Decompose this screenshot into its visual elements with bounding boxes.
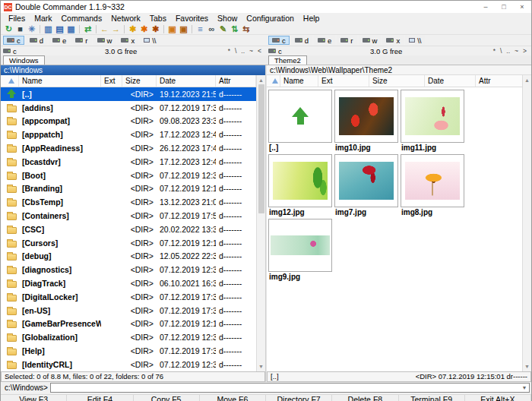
drive-button-x[interactable]: x [117, 36, 138, 45]
column-attr[interactable]: Attr [476, 75, 524, 87]
copy-left-icon[interactable]: ← [99, 24, 110, 34]
archive-1-icon[interactable]: ▣ [166, 24, 178, 34]
multi-rename-icon[interactable]: ✎ [217, 24, 229, 34]
scrollbar-left[interactable]: ▲ ▼ [256, 75, 265, 371]
fkey-alt-x[interactable]: Exit Alt+X [465, 395, 531, 401]
sort-column-header[interactable] [1, 75, 19, 87]
command-input[interactable]: ▼ [50, 383, 530, 393]
file-row[interactable]: [DigitalLocker]<DIR>07.12.2019 17:34:32d… [1, 290, 256, 304]
thumbnail-item[interactable]: img7.jpg [334, 154, 400, 219]
chevron-down-icon[interactable]: ▼ [520, 385, 529, 390]
drive-button-network[interactable]: \\ [405, 36, 425, 45]
file-row[interactable]: [CbsTemp]<DIR>13.12.2023 21:02:03d------… [1, 195, 256, 209]
panel-nav-button[interactable]: ~ [512, 47, 521, 55]
scroll-down-icon[interactable]: ▼ [523, 362, 531, 371]
file-row[interactable]: [..]<DIR>19.12.2023 21:52:53d------- [1, 87, 256, 101]
drive-button-w[interactable]: w [93, 36, 116, 45]
minimize-button[interactable]: – [477, 1, 495, 13]
close-button[interactable]: × [513, 1, 531, 13]
drive-button-d[interactable]: d [291, 36, 312, 45]
file-row[interactable]: [addins]<DIR>07.12.2019 17:35:43d------- [1, 101, 256, 115]
column-size[interactable]: Size [369, 75, 425, 87]
file-row[interactable]: [CSC]<DIR>20.02.2022 13:35:56d------- [1, 223, 256, 236]
fkey-f5[interactable]: Copy F5 [134, 395, 200, 401]
thumbnail-item[interactable]: img11.jpg [401, 90, 466, 154]
file-row[interactable]: [en-US]<DIR>07.12.2019 17:34:32d------- [1, 304, 256, 317]
file-row[interactable]: [IdentityCRL]<DIR>07.12.2019 12:31:03d--… [1, 358, 256, 371]
file-row[interactable]: [debug]<DIR>12.05.2022 22:38:23d------- [1, 250, 256, 264]
fkey-f4[interactable]: Edit F4 [67, 395, 133, 401]
file-row[interactable]: [Globalization]<DIR>07.12.2019 12:31:03d… [1, 330, 256, 344]
scrollbar-thumb[interactable] [258, 84, 264, 213]
column-attr[interactable]: Attr [216, 75, 256, 87]
menu-files[interactable]: Files [4, 14, 30, 23]
column-name[interactable]: Name [280, 75, 318, 87]
panel-nav-button[interactable]: .. [504, 47, 512, 55]
panel-nav-button[interactable]: ~ [247, 47, 255, 55]
file-row[interactable]: [GameBarPresenceWriter]<DIR>07.12.2019 1… [1, 317, 256, 331]
drive-button-e[interactable]: e [49, 36, 70, 45]
pack-1-icon[interactable]: ✱ [127, 24, 138, 34]
drive-button-c[interactable]: c [268, 36, 290, 45]
column-ext[interactable]: Ext [101, 75, 122, 87]
pack-3-icon[interactable]: ✱ [150, 24, 161, 34]
brief-view-icon[interactable]: ▥ [43, 24, 54, 34]
thumbnails-view-icon[interactable]: ▦ [65, 24, 77, 34]
file-row[interactable]: [Containers]<DIR>07.12.2019 17:58:40d---… [1, 209, 256, 223]
path-bar-right[interactable]: c:\Windows\Web\Wallpaper\Theme2 [267, 65, 531, 75]
menu-show[interactable]: Show [213, 14, 242, 23]
column-date[interactable]: Date [425, 75, 476, 87]
sync-dirs-icon[interactable]: ⇅ [229, 24, 240, 34]
menu-commands[interactable]: Commands [57, 14, 107, 23]
fkey-f8[interactable]: Delete F8 [332, 395, 398, 401]
drive-select-left[interactable]: c [3, 47, 17, 55]
file-row[interactable]: [Help]<DIR>07.12.2019 17:34:32d------- [1, 344, 256, 358]
options-icon[interactable]: ✳ [26, 24, 37, 34]
column-size[interactable]: Size [122, 75, 157, 87]
menu-help[interactable]: Help [299, 14, 325, 23]
file-row[interactable]: [diagnostics]<DIR>07.12.2019 12:31:03d--… [1, 263, 256, 276]
tab-windows[interactable]: Windows [3, 55, 45, 65]
archive-2-icon[interactable]: ▣ [178, 24, 189, 34]
file-row[interactable]: [Branding]<DIR>07.12.2019 12:14:52d-----… [1, 182, 256, 196]
panel-nav-button[interactable]: * [491, 47, 498, 55]
drive-select-right[interactable]: c [268, 47, 282, 55]
panel-nav-button[interactable]: \ [498, 47, 504, 55]
scrollbar-right[interactable]: ▲ ▼ [522, 75, 531, 371]
column-name[interactable]: Name [19, 75, 101, 87]
sort-column-header[interactable] [267, 75, 280, 87]
drive-button-d[interactable]: d [26, 36, 47, 45]
column-ext[interactable]: Ext [318, 75, 369, 87]
pack-2-icon[interactable]: ✱ [138, 24, 150, 34]
scroll-down-icon[interactable]: ▼ [257, 362, 265, 371]
drive-button-r[interactable]: r [71, 36, 91, 45]
panel-nav-button[interactable]: < [255, 47, 264, 55]
file-row[interactable]: [Boot]<DIR>07.12.2019 12:31:03d------- [1, 169, 256, 182]
menu-configuration[interactable]: Configuration [242, 14, 298, 23]
menu-tabs[interactable]: Tabs [145, 14, 171, 23]
file-row[interactable]: [Cursors]<DIR>07.12.2019 12:14:54d------… [1, 236, 256, 250]
search-icon[interactable]: ∞ [206, 24, 217, 34]
maximize-button[interactable]: □ [495, 1, 513, 13]
thumbnail-item[interactable]: img8.jpg [401, 154, 466, 219]
scroll-up-icon[interactable]: ▲ [257, 75, 265, 84]
drive-button-w[interactable]: w [359, 36, 382, 45]
menu-favorites[interactable]: Favorites [171, 14, 213, 23]
menu-network[interactable]: Network [106, 14, 145, 23]
swap-panels-icon[interactable]: ⇄ [82, 24, 93, 34]
thumbnail-item[interactable]: img12.jpg [268, 154, 334, 219]
drive-button-e[interactable]: e [314, 36, 335, 45]
tab-theme2[interactable]: Theme2 [268, 55, 307, 65]
scroll-up-icon[interactable]: ▲ [523, 75, 531, 84]
thumbnail-item[interactable]: img9.jpg [268, 219, 334, 283]
panel-nav-button[interactable]: * [226, 47, 233, 55]
thumbnail-item[interactable]: [..] [268, 90, 334, 154]
panel-nav-button[interactable]: .. [239, 47, 247, 55]
thumbnail-item[interactable]: img10.jpg [334, 90, 400, 154]
file-row[interactable]: [AppReadiness]<DIR>26.12.2023 17:41:40d-… [1, 141, 256, 155]
fkey-f6[interactable]: Move F6 [200, 395, 266, 401]
file-row[interactable]: [DiagTrack]<DIR>06.10.2021 16:36:17d----… [1, 276, 256, 290]
copy-names-icon[interactable]: ≡ [195, 24, 206, 34]
fkey-f9[interactable]: Terminal F9 [399, 395, 465, 401]
panel-nav-button[interactable]: > [521, 47, 529, 55]
